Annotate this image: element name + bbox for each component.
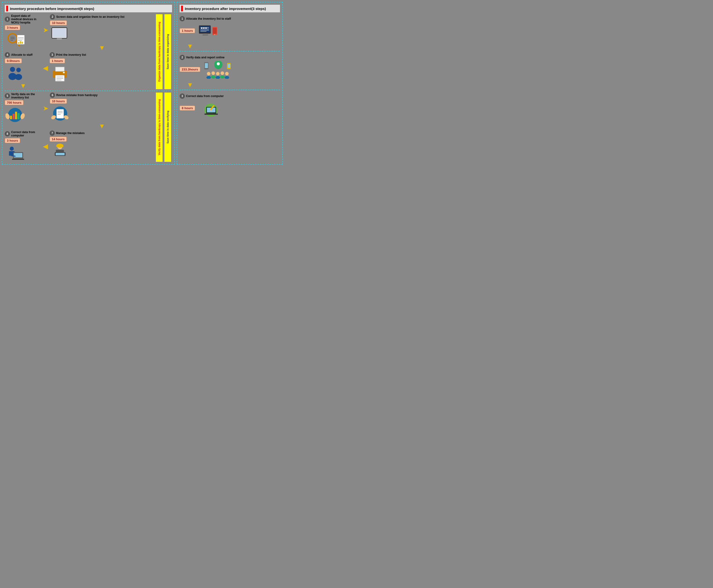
svg-rect-75 xyxy=(228,64,230,68)
left-panel: Inventory procedure before improvement(8… xyxy=(2,2,175,165)
step-8-time: 3 hours xyxy=(5,138,20,143)
arrow-3-4: ◀ xyxy=(42,52,49,72)
svg-rect-29 xyxy=(12,114,15,119)
step-3-label: Print the inventory list xyxy=(56,53,86,57)
step-5-box: 5 Verify data on the inventory list 700 … xyxy=(5,92,42,124)
right-step-1-box: 1 Allocate the inventory list to staff 1… xyxy=(180,16,280,40)
right-step-3-number: 3 xyxy=(180,93,185,99)
svg-rect-65 xyxy=(203,35,208,35)
svg-point-84 xyxy=(225,72,229,76)
step-2-number: 2 xyxy=(50,14,55,19)
arrow-down-4: ▼ xyxy=(5,83,42,89)
step-1-box: 1 Export data of medical devices in NCKU… xyxy=(5,14,42,49)
step-3-number: 3 xyxy=(49,52,55,58)
right-step-1-label: Allocate the inventory list to staff xyxy=(186,17,231,20)
people-icon xyxy=(5,64,26,82)
arrow-7-8: ◀ xyxy=(42,130,49,150)
step-5-number: 5 xyxy=(5,93,10,99)
arrow-5-6: ➤ xyxy=(42,92,50,112)
banner-bot-2: Save time in data verifying xyxy=(164,92,171,162)
svg-rect-9 xyxy=(18,42,19,44)
arrow-1-2: ➤ xyxy=(42,14,50,34)
arrow-down-r1: ▼ xyxy=(180,43,280,49)
svg-rect-46 xyxy=(14,158,23,159)
right-step-3-area: 3 Correct data from computer 8 hours xyxy=(180,91,280,119)
step-2-label: Screen data and organize them to an inve… xyxy=(56,15,124,19)
step-7-box: 7 Manage the mistakes 14 hours xyxy=(49,130,154,161)
banner-bot-1: Verify data from hardcopy is time-consum… xyxy=(156,92,163,162)
right-step-2-box: 2 Verify data and report online 233.3hou… xyxy=(180,55,280,79)
step-1-time: 3 hours xyxy=(5,25,20,30)
svg-rect-70 xyxy=(205,63,208,68)
step-4-label: Allocate to staff xyxy=(11,53,33,57)
step-4-number: 4 xyxy=(5,52,10,58)
svg-line-47 xyxy=(12,156,15,156)
svg-rect-22 xyxy=(55,75,64,81)
step-3-time: 1 hours xyxy=(49,58,65,63)
right-step-1-area: 1 Allocate the inventory list to staff 1… xyxy=(180,14,280,42)
step-5-label: Verify data on the inventory list xyxy=(11,92,42,99)
right-step-1-time: 1 hours xyxy=(180,28,195,33)
svg-rect-10 xyxy=(20,41,21,44)
laptop-icon xyxy=(5,144,26,162)
svg-point-63 xyxy=(206,27,207,28)
svg-rect-21 xyxy=(55,67,64,71)
manage-icon xyxy=(49,143,71,161)
svg-point-77 xyxy=(206,76,211,79)
svg-point-68 xyxy=(214,34,215,35)
step-8-number: 8 xyxy=(5,131,10,136)
right-step-2-label: Verify data and report online xyxy=(186,56,225,59)
banner-top-2: Save time in data organizing xyxy=(164,14,171,89)
right-half-divider xyxy=(180,51,280,51)
half-divider xyxy=(5,91,172,91)
arrow-down-r2: ▼ xyxy=(180,82,280,88)
step-2-time: 10 hours xyxy=(50,20,67,25)
svg-point-78 xyxy=(211,71,215,75)
svg-point-80 xyxy=(216,72,219,76)
step-5-time: 700 hours xyxy=(5,100,23,105)
right-step-3-box: 3 Correct data from computer 8 hours xyxy=(180,93,280,118)
svg-point-85 xyxy=(225,76,229,79)
step-4-time: 0.5hours xyxy=(5,58,22,63)
step-1-label: Export data of medical devices in NCKU h… xyxy=(11,14,42,24)
svg-point-82 xyxy=(221,71,224,75)
svg-rect-13 xyxy=(53,28,66,38)
step-2-box: 2 Screen data and organize them to an in… xyxy=(50,14,154,51)
red-bar-left xyxy=(6,6,8,12)
svg-rect-64 xyxy=(204,34,207,35)
bottom-banners: Verify data from hardcopy is time-consum… xyxy=(155,92,172,162)
step-6-time: 10 hours xyxy=(50,99,67,104)
svg-point-83 xyxy=(220,76,225,79)
step-3-box: 3 Print the inventory list 1 hours xyxy=(49,52,154,82)
svg-point-41 xyxy=(10,147,14,151)
verify-online-icon xyxy=(203,61,241,79)
right-step-2-number: 2 xyxy=(180,55,185,60)
step-6-box: 6 Revise mistake from hardcopy 10 hours xyxy=(50,92,154,130)
printer-icon xyxy=(49,64,71,82)
right-title-text: Inventory procedure after improvement(3 … xyxy=(185,7,266,11)
step-4-box: 4 Allocate to staff 0.5hours xyxy=(5,52,42,89)
svg-rect-54 xyxy=(56,153,65,155)
right-step-2-time: 233.3hours xyxy=(180,67,200,72)
svg-rect-35 xyxy=(57,109,64,118)
step-7-number: 7 xyxy=(49,130,55,136)
right-step-3-time: 8 hours xyxy=(180,106,195,110)
svg-rect-28 xyxy=(10,116,12,119)
svg-point-18 xyxy=(16,68,21,72)
svg-rect-31 xyxy=(18,113,20,119)
top-banners: Organize data from hardcopy is time-cons… xyxy=(155,14,172,89)
svg-point-16 xyxy=(10,67,15,72)
svg-rect-11 xyxy=(22,42,23,44)
step-8-label: Correct data from computer xyxy=(11,130,42,137)
chart-verify-icon xyxy=(5,106,26,124)
svg-point-61 xyxy=(201,27,203,28)
arrow-down-6: ▼ xyxy=(50,123,154,130)
svg-rect-26 xyxy=(63,72,65,73)
step-1-number: 1 xyxy=(5,17,10,22)
document-revise-icon xyxy=(50,105,71,122)
right-step-1-number: 1 xyxy=(180,16,185,21)
right-half-divider2 xyxy=(180,90,280,90)
banner-top-1: Organize data from hardcopy is time-cons… xyxy=(156,14,163,89)
allocate-staff-icon xyxy=(198,22,219,40)
svg-rect-15 xyxy=(55,40,64,41)
